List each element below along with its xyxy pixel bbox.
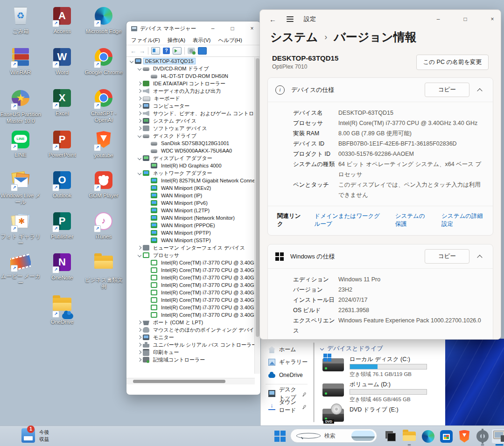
back-button[interactable]: ←: [269, 15, 276, 23]
desktop-icon-business-docs-folder[interactable]: ビジネス書類文例: [83, 252, 124, 290]
scan-hardware-icon[interactable]: [188, 48, 195, 54]
hamburger-menu-icon[interactable]: [287, 16, 294, 22]
tree-item[interactable]: Intel(R) Core(TM) i7-3770 CPU @ 3.40GHz: [126, 259, 255, 266]
tree-item[interactable]: WAN Miniport (IKEv2): [126, 184, 255, 192]
sidebar-item-gallery[interactable]: ギャラリー: [261, 356, 312, 369]
close-button[interactable]: ×: [244, 21, 260, 35]
sidebar-item-down[interactable]: ↓ダウンロード: [261, 400, 312, 412]
tree-item[interactable]: WAN Miniport (IP): [126, 192, 255, 199]
tree-item[interactable]: WDC WD5000AAKX-75U6AA0: [126, 147, 255, 154]
rename-pc-button[interactable]: この PC の名前を変更: [416, 55, 489, 70]
collapse-icon[interactable]: [130, 59, 133, 63]
search-box[interactable]: 検索: [290, 429, 377, 443]
chevron-up-icon[interactable]: [477, 255, 482, 260]
tree-item[interactable]: Intel(R) 82579LM Gigabit Network Connect…: [126, 177, 255, 184]
widgets-button[interactable]: 1 今後 収益: [21, 428, 49, 443]
desktop-icon-gom-player[interactable]: ↗GOM Player: [83, 170, 124, 199]
drive-item[interactable]: ボリューム (D:)空き領域 465 GB/465 GB: [319, 380, 445, 405]
desktop-icon-itunes[interactable]: ♪↗iTunes: [83, 211, 124, 240]
tree-item[interactable]: WAN Miniport (Network Monitor): [126, 214, 255, 222]
start-button[interactable]: [272, 429, 288, 444]
maximize-button[interactable]: □: [224, 21, 241, 35]
tree-item[interactable]: DESKTOP-63TQD15: [126, 57, 255, 65]
taskbar-edge[interactable]: [420, 429, 436, 444]
tree-item[interactable]: オーディオの入力および出力: [126, 87, 255, 95]
tree-item[interactable]: ユニバーサル シリアル バス コントローラー: [126, 341, 255, 348]
desktop-icon-winrar[interactable]: ↗WinRAR: [0, 47, 41, 76]
tree-item[interactable]: サウンド、ビデオ、およびゲーム コントローラー: [126, 110, 255, 117]
desktop-icon-google-chrome[interactable]: ↗Google Chrome: [83, 47, 124, 76]
desktop-icon-recycle-bin[interactable]: ♻ごみ箱: [0, 6, 41, 35]
desktop-icon-onenote[interactable]: N↗OneNote: [42, 252, 83, 281]
tree-item[interactable]: IDE ATA/ATAPI コントローラー: [126, 80, 255, 87]
tree-item[interactable]: Intel(R) Core(TM) i7-3770 CPU @ 3.40GHz: [126, 296, 255, 304]
tree-item[interactable]: ディスプレイ アダプター: [126, 154, 255, 162]
tree-item[interactable]: ネットワーク アダプター: [126, 169, 255, 177]
collapse-icon[interactable]: [138, 171, 141, 175]
help-icon[interactable]: ?: [163, 48, 170, 54]
devices-view-icon[interactable]: [198, 47, 207, 55]
taskbar-file-explorer[interactable]: [401, 429, 417, 444]
console-tree-icon[interactable]: [151, 47, 160, 55]
tree-item[interactable]: DVD/CD-ROM ドライブ: [126, 65, 255, 72]
tree-item[interactable]: ヒューマン インターフェイス デバイス: [126, 244, 255, 251]
collapse-icon[interactable]: [138, 253, 141, 257]
explorer-sidebar-scrollbar[interactable]: [313, 342, 315, 422]
device-spec-header[interactable]: i デバイスの仕様 コピー: [268, 78, 493, 102]
tree-item[interactable]: Intel(R) Core(TM) i7-3770 CPU @ 3.40GHz: [126, 274, 255, 281]
related-link[interactable]: システムの保護: [395, 212, 429, 228]
desktop-icon-onedrive[interactable]: ↗OneDrive: [42, 294, 83, 326]
desktop-icon-microsoft-edge[interactable]: ↗Microsoft Edge: [83, 6, 124, 35]
devices-and-drives-section[interactable]: デバイスとドライブ: [321, 344, 445, 353]
expand-icon[interactable]: [138, 89, 141, 93]
collapse-icon[interactable]: [138, 134, 141, 138]
horizontal-scrollbar[interactable]: [126, 378, 255, 384]
menu-item[interactable]: 操作(A): [168, 37, 185, 44]
expand-icon[interactable]: [138, 112, 141, 115]
tree-item[interactable]: Intel(R) Core(TM) i7-3770 CPU @ 3.40GHz: [126, 281, 255, 289]
taskbar-settings[interactable]: [475, 429, 490, 444]
tree-item[interactable]: コンピューター: [126, 102, 255, 110]
taskbar-window-preview[interactable]: [383, 429, 399, 444]
sidebar-item-cloud[interactable]: OneDrive: [261, 369, 312, 381]
tree-item[interactable]: キーボード: [126, 95, 255, 102]
tree-item[interactable]: ソフトウェア デバイス: [126, 125, 255, 132]
tree-item[interactable]: WAN Miniport (SSTP): [126, 237, 255, 244]
desktop-icon-outlook[interactable]: O↗Outlook: [42, 170, 83, 199]
forward-button[interactable]: →: [139, 48, 145, 54]
drive-item[interactable]: ローカル ディスク (C:)空き領域 76.1 GB/119 GB: [319, 355, 445, 380]
expand-icon[interactable]: [138, 335, 141, 339]
desktop-icon-youtube[interactable]: ↗youtube: [83, 129, 124, 159]
desktop-icon-chatgpt-openai[interactable]: ↗ChatGPT - OpenAI: [83, 88, 124, 124]
maximize-button[interactable]: □: [457, 10, 474, 28]
tree-item[interactable]: WAN Miniport (PPTP): [126, 229, 255, 237]
expand-icon[interactable]: [138, 246, 141, 250]
minimize-button[interactable]: –: [204, 21, 221, 35]
desktop-icon-windows-live-mail[interactable]: ↗Windows Live メール: [0, 170, 41, 206]
expand-icon[interactable]: [138, 97, 141, 100]
expand-icon[interactable]: [138, 104, 141, 108]
chevron-up-icon[interactable]: [477, 88, 482, 93]
desktop-icon-photo-gallery[interactable]: ✱↗フォト ギャラリー: [0, 211, 41, 247]
tree-item[interactable]: Intel(R) HD Graphics 4000: [126, 162, 255, 169]
expand-icon[interactable]: [138, 126, 141, 130]
copy-button[interactable]: コピー: [425, 249, 469, 264]
tree-item[interactable]: Intel(R) Core(TM) i7-3770 CPU @ 3.40GHz: [126, 266, 255, 274]
taskbar-microsoft-store[interactable]: [438, 429, 454, 444]
expand-icon[interactable]: [138, 350, 141, 354]
desktop-icon-line[interactable]: LINE↗LINE: [0, 129, 41, 159]
tree-item[interactable]: 印刷キュー: [126, 348, 255, 356]
tree-item[interactable]: モニター: [126, 334, 255, 341]
tree-item[interactable]: マウスとそのほかのポインティング デバイス: [126, 326, 255, 334]
desktop-icon-word[interactable]: W↗Word: [42, 47, 83, 76]
back-button[interactable]: ←: [130, 48, 136, 54]
desktop-icon-access[interactable]: A↗Access: [42, 6, 83, 35]
expand-icon[interactable]: [138, 358, 141, 362]
tree-item[interactable]: Intel(R) Core(TM) i7-3770 CPU @ 3.40GHz: [126, 311, 255, 319]
expand-icon[interactable]: [138, 82, 141, 85]
menu-item[interactable]: ファイル(F): [131, 37, 160, 44]
related-link[interactable]: システムの詳細設定: [441, 212, 485, 228]
tree-item[interactable]: システム デバイス: [126, 117, 255, 125]
related-link[interactable]: ドメインまたはワークグループ: [315, 212, 383, 228]
minimize-button[interactable]: –: [430, 10, 447, 28]
